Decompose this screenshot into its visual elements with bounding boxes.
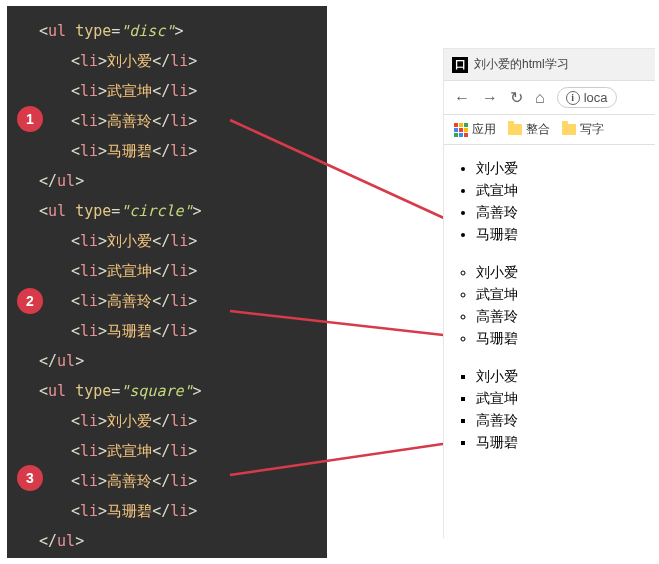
address-bar[interactable]: i loca bbox=[557, 87, 617, 108]
code-line: <li>马珊碧</li> bbox=[27, 316, 327, 346]
list-item: 武宣坤 bbox=[476, 283, 655, 305]
code-line: <ul type="disc"> bbox=[27, 16, 327, 46]
list-item: 高善玲 bbox=[476, 201, 655, 223]
badge-1: 1 bbox=[17, 106, 43, 132]
folder-icon bbox=[562, 124, 576, 135]
apps-label: 应用 bbox=[472, 121, 496, 138]
bookmark-folder-2[interactable]: 写字 bbox=[562, 121, 604, 138]
code-line: <li>刘小爱</li> bbox=[27, 46, 327, 76]
folder-icon bbox=[508, 124, 522, 135]
code-line: <li>武宣坤</li> bbox=[27, 256, 327, 286]
code-line: <li>高善玲</li> bbox=[27, 106, 327, 136]
badge-2: 2 bbox=[17, 288, 43, 314]
list-item: 武宣坤 bbox=[476, 387, 655, 409]
code-line: </ul> bbox=[27, 166, 327, 196]
rendered-page: 刘小爱武宣坤高善玲马珊碧刘小爱武宣坤高善玲马珊碧刘小爱武宣坤高善玲马珊碧 bbox=[444, 145, 655, 453]
code-line: <li>高善玲</li> bbox=[27, 466, 327, 496]
list-item: 马珊碧 bbox=[476, 431, 655, 453]
code-line: <ul type="square"> bbox=[27, 376, 327, 406]
code-line: <li>刘小爱</li> bbox=[27, 406, 327, 436]
code-line: <li>刘小爱</li> bbox=[27, 226, 327, 256]
favicon-icon: 口 bbox=[452, 57, 468, 73]
list-item: 马珊碧 bbox=[476, 327, 655, 349]
rendered-list-disc: 刘小爱武宣坤高善玲马珊碧 bbox=[476, 157, 655, 245]
rendered-list-circle: 刘小爱武宣坤高善玲马珊碧 bbox=[476, 261, 655, 349]
back-icon[interactable]: ← bbox=[454, 90, 470, 106]
code-editor: <ul type="disc"><li>刘小爱</li><li>武宣坤</li>… bbox=[7, 6, 327, 558]
code-line: <li>马珊碧</li> bbox=[27, 496, 327, 526]
badge-3: 3 bbox=[17, 465, 43, 491]
list-item: 高善玲 bbox=[476, 305, 655, 327]
code-line: <ul type="circle"> bbox=[27, 196, 327, 226]
list-item: 刘小爱 bbox=[476, 365, 655, 387]
home-icon[interactable]: ⌂ bbox=[535, 90, 545, 106]
forward-icon[interactable]: → bbox=[482, 90, 498, 106]
list-item: 马珊碧 bbox=[476, 223, 655, 245]
bookmark-1-label: 整合 bbox=[526, 121, 550, 138]
tab-bar: 口 刘小爱的html学习 bbox=[444, 49, 655, 81]
bookmarks-bar: 应用 整合 写字 bbox=[444, 115, 655, 145]
address-text: loca bbox=[584, 90, 608, 105]
list-item: 刘小爱 bbox=[476, 157, 655, 179]
list-item: 刘小爱 bbox=[476, 261, 655, 283]
rendered-list-square: 刘小爱武宣坤高善玲马珊碧 bbox=[476, 365, 655, 453]
info-icon: i bbox=[566, 91, 580, 105]
browser-toolbar: ← → ↻ ⌂ i loca bbox=[444, 81, 655, 115]
code-line: <li>马珊碧</li> bbox=[27, 136, 327, 166]
tab-title[interactable]: 刘小爱的html学习 bbox=[474, 56, 569, 73]
list-item: 高善玲 bbox=[476, 409, 655, 431]
code-line: </ul> bbox=[27, 526, 327, 556]
list-item: 武宣坤 bbox=[476, 179, 655, 201]
code-line: <li>武宣坤</li> bbox=[27, 76, 327, 106]
apps-icon bbox=[454, 123, 468, 137]
code-line: <li>高善玲</li> bbox=[27, 286, 327, 316]
browser-window: 口 刘小爱的html学习 ← → ↻ ⌂ i loca 应用 整合 写字 刘小爱… bbox=[443, 48, 655, 538]
code-line: <li>武宣坤</li> bbox=[27, 436, 327, 466]
apps-button[interactable]: 应用 bbox=[454, 121, 496, 138]
code-line: </ul> bbox=[27, 346, 327, 376]
bookmark-folder-1[interactable]: 整合 bbox=[508, 121, 550, 138]
reload-icon[interactable]: ↻ bbox=[510, 90, 523, 106]
bookmark-2-label: 写字 bbox=[580, 121, 604, 138]
